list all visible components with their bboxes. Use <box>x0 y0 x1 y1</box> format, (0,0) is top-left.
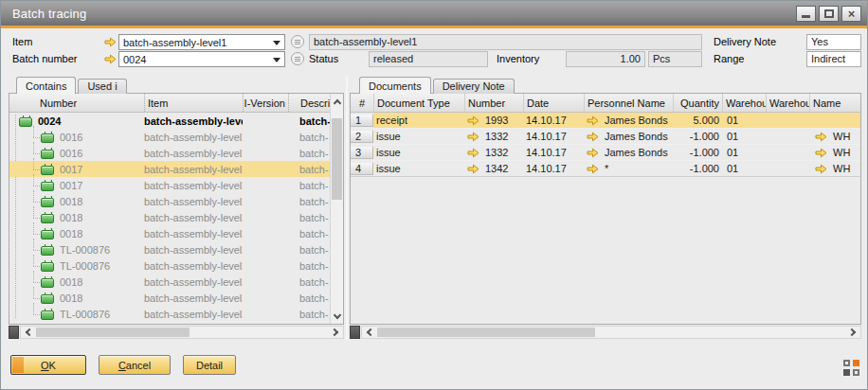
link-arrow-icon[interactable] <box>587 164 599 174</box>
batch-tree-row[interactable]: 0016batch-assembly-level2batch- <box>9 129 330 145</box>
document-number-value: 1342 <box>485 163 508 174</box>
scroll-up-button[interactable] <box>331 94 343 109</box>
button-bar: OKCancelDetail <box>10 355 236 375</box>
ok-button[interactable]: OK <box>10 355 86 375</box>
chevron-left-icon[interactable] <box>367 328 374 336</box>
batch-number-value: 0018 <box>60 276 82 288</box>
chevron-down-icon[interactable] <box>273 41 280 49</box>
batch-tree-row[interactable]: TL-000876batch-assembly-level2batch- <box>9 241 330 257</box>
document-row[interactable]: 1receipt199314.10.17James Bonds5.00001 <box>351 113 860 129</box>
maximize-button[interactable] <box>819 6 839 22</box>
chevron-right-icon[interactable] <box>848 328 856 336</box>
link-arrow-icon[interactable] <box>467 115 479 126</box>
row-number-cell[interactable]: 4 <box>351 163 373 175</box>
personnel-name-cell: James Bonds <box>584 129 673 144</box>
splitter-box[interactable] <box>9 326 19 339</box>
tab-documents[interactable]: Documents <box>359 77 431 94</box>
scroll-down-button[interactable] <box>331 309 343 324</box>
link-arrow-icon[interactable] <box>815 132 827 142</box>
uom-field: Pcs <box>648 51 702 67</box>
row-number-cell[interactable]: 2 <box>351 131 373 143</box>
resize-grip-icon[interactable] <box>843 360 859 376</box>
horizontal-scrollbar[interactable] <box>9 326 344 339</box>
batch-number-cell: 0018 <box>9 212 144 223</box>
close-icon: × <box>848 8 856 20</box>
scrollbar-track[interactable] <box>20 326 344 339</box>
cancel-button[interactable]: Cancel <box>99 355 171 375</box>
scrollbar-track[interactable] <box>361 326 861 339</box>
link-arrow-icon[interactable] <box>587 132 599 142</box>
title-bar[interactable]: Batch tracing × <box>1 1 867 26</box>
link-arrow-icon[interactable] <box>815 148 827 158</box>
document-type-cell: issue <box>373 145 464 160</box>
row-number-cell[interactable]: 1 <box>351 115 373 127</box>
quantity-cell: -1.000 <box>673 129 722 144</box>
delivery-note-field[interactable]: Yes <box>806 34 861 50</box>
batch-tree-row[interactable]: 0024batch-assembly-level1batch- <box>9 113 330 129</box>
warehouse-name-value: WH <box>833 147 850 158</box>
minimize-button[interactable] <box>796 6 816 22</box>
link-arrow-icon[interactable] <box>587 148 599 158</box>
item-cell: batch-assembly-level2 <box>144 148 243 159</box>
link-arrow-icon[interactable] <box>104 37 117 47</box>
horizontal-scrollbar[interactable] <box>350 326 861 339</box>
row-number-cell[interactable]: 3 <box>351 147 373 159</box>
chevron-right-icon[interactable] <box>331 328 338 336</box>
batch-tree-row[interactable]: TL-000876batch-assembly-level2batch- <box>9 306 330 322</box>
tab-contains[interactable]: Contains <box>16 77 76 94</box>
batch-tree-row[interactable]: 0018batch-assembly-level2batch- <box>9 225 330 241</box>
batch-tree-row[interactable]: 0017batch-assembly-level2batch- <box>9 177 330 193</box>
batch-number-combobox[interactable]: 0024 <box>118 51 285 67</box>
personnel-name-cell: * <box>584 161 673 176</box>
link-arrow-icon[interactable] <box>815 164 827 174</box>
document-row[interactable]: 3issue133214.10.17James Bonds-1.00001WH <box>351 145 860 161</box>
documents-table: # Document Type Number Date Personnel Na… <box>350 93 861 325</box>
batch-icon <box>41 133 54 143</box>
scrollbar-thumb[interactable] <box>377 328 595 337</box>
range-field[interactable]: Indirect <box>806 51 861 67</box>
left-pane-tabs: ContainsUsed i <box>16 77 127 94</box>
batch-tree-row[interactable]: TL-000876batch-assembly-level2batch- <box>9 257 330 274</box>
detail-button[interactable]: Detail <box>183 355 236 375</box>
chevron-left-icon[interactable] <box>26 328 33 336</box>
splitter-box[interactable] <box>350 326 360 339</box>
description-cell: batch- <box>288 276 330 288</box>
item-combobox[interactable]: batch-assembly-level1 <box>118 34 285 50</box>
tab-delivery-note[interactable]: Delivery Note <box>433 79 515 94</box>
document-number-value: 1332 <box>485 131 508 142</box>
tab-used-i[interactable]: Used i <box>78 79 126 94</box>
document-row[interactable]: 2issue133214.10.17James Bonds-1.00001WH <box>351 129 860 145</box>
window-controls: × <box>796 6 861 22</box>
batch-number-cell: 0024 <box>9 115 144 127</box>
column-header-warehouse2: Warehous <box>766 94 809 112</box>
batch-tree-row[interactable]: 0018batch-assembly-level2batch- <box>9 290 330 306</box>
link-arrow-icon[interactable] <box>104 54 117 64</box>
document-number-cell: 1993 <box>464 113 523 128</box>
batch-tree-row[interactable]: 0018batch-assembly-level2batch- <box>9 209 330 225</box>
scrollbar-thumb[interactable] <box>332 118 342 200</box>
close-button[interactable]: × <box>841 6 861 22</box>
batch-tree-row[interactable]: 0018batch-assembly-level2batch- <box>9 193 330 209</box>
choose-from-list-icon[interactable] <box>291 35 304 48</box>
link-arrow-icon[interactable] <box>467 132 479 142</box>
batch-icon <box>41 198 54 207</box>
status-label: Status <box>309 53 338 66</box>
batch-icon <box>41 262 54 272</box>
batch-tree-row[interactable]: 0018batch-assembly-level2batch- <box>9 274 330 290</box>
link-arrow-icon[interactable] <box>467 148 479 158</box>
chevron-down-icon[interactable] <box>273 58 280 66</box>
warehouse-cell: 01 <box>722 145 766 160</box>
vertical-scrollbar[interactable] <box>330 94 343 324</box>
scrollbar-thumb[interactable] <box>36 328 190 337</box>
pane-separator <box>346 77 348 340</box>
batch-tree-row[interactable]: 0017batch-assembly-level2batch- <box>9 161 330 177</box>
document-number-value: 1332 <box>485 147 508 158</box>
document-row[interactable]: 4issue134214.10.17*-1.00001WH <box>351 161 860 177</box>
link-arrow-icon[interactable] <box>467 164 479 174</box>
description-cell: batch- <box>288 196 330 207</box>
batch-tree-row[interactable]: 0016batch-assembly-level2batch- <box>9 145 330 161</box>
description-cell: batch- <box>288 148 330 159</box>
date-cell: 14.10.17 <box>523 113 584 128</box>
choose-from-list-icon[interactable] <box>291 52 304 65</box>
link-arrow-icon[interactable] <box>587 115 599 126</box>
